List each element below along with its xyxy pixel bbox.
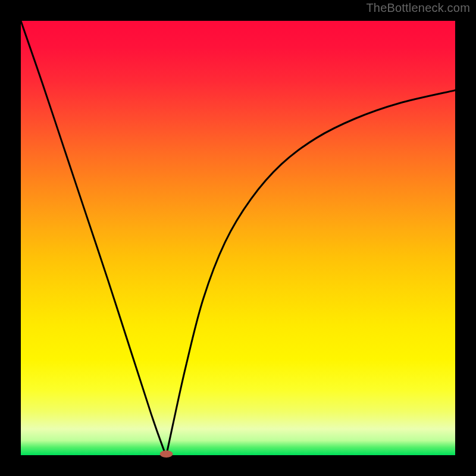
plot-area [21,21,455,455]
curve-svg [21,21,455,455]
series-left-branch [21,21,167,456]
watermark-text: TheBottleneck.com [366,1,470,15]
vertex-marker [160,450,173,458]
chart-stage: TheBottleneck.com [0,0,476,476]
series-right-branch [167,90,455,455]
